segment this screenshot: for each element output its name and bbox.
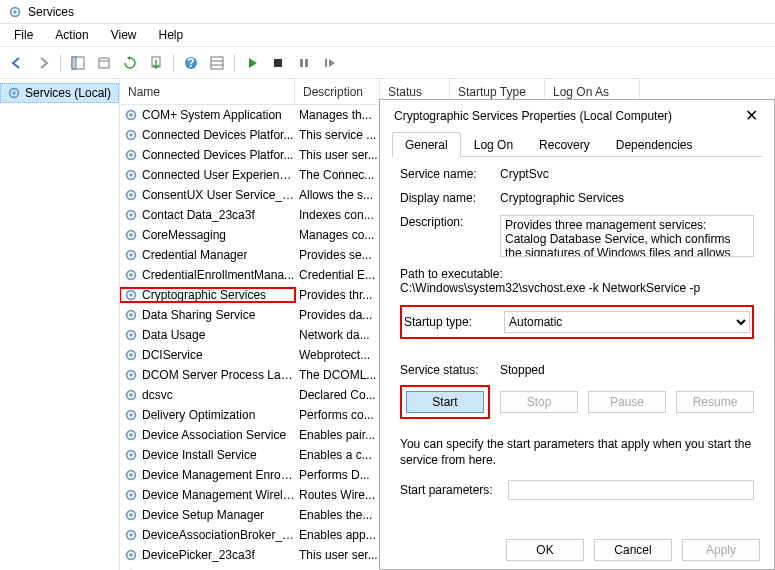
- gear-icon: [124, 388, 138, 402]
- restart-service-icon[interactable]: [319, 52, 341, 74]
- service-name: Data Sharing Service: [142, 308, 255, 322]
- menu-file[interactable]: File: [4, 26, 43, 44]
- startup-type-row: Startup type: Automatic: [400, 305, 754, 339]
- tree-root[interactable]: Services (Local): [0, 83, 119, 103]
- toolbar: ?: [0, 47, 775, 79]
- svg-rect-3: [72, 57, 76, 69]
- svg-point-23: [129, 153, 133, 157]
- tab-logon[interactable]: Log On: [461, 132, 526, 157]
- resume-button[interactable]: Resume: [676, 391, 754, 413]
- gear-icon: [124, 288, 138, 302]
- service-desc: This user ser...: [295, 148, 380, 162]
- stop-service-icon[interactable]: [267, 52, 289, 74]
- service-desc: Routes Wire...: [295, 488, 380, 502]
- service-desc: Provides thr...: [295, 288, 380, 302]
- service-desc: Enables the...: [295, 508, 380, 522]
- start-service-icon[interactable]: [241, 52, 263, 74]
- tree-pane: Services (Local): [0, 79, 120, 570]
- dialog-titlebar: Cryptographic Services Properties (Local…: [380, 100, 774, 131]
- gear-icon: [124, 408, 138, 422]
- svg-point-37: [129, 293, 133, 297]
- service-name: Connected User Experience...: [142, 168, 295, 182]
- dialog-title: Cryptographic Services Properties (Local…: [394, 109, 672, 123]
- svg-point-31: [129, 233, 133, 237]
- gear-icon: [124, 308, 138, 322]
- forward-icon[interactable]: [32, 52, 54, 74]
- pause-service-icon[interactable]: [293, 52, 315, 74]
- svg-point-29: [129, 213, 133, 217]
- svg-point-27: [129, 193, 133, 197]
- svg-point-49: [129, 413, 133, 417]
- gear-icon: [124, 108, 138, 122]
- gear-icon: [124, 228, 138, 242]
- svg-rect-12: [274, 59, 282, 67]
- service-desc: Enables app...: [295, 528, 380, 542]
- refresh-icon[interactable]: [119, 52, 141, 74]
- help-icon[interactable]: ?: [180, 52, 202, 74]
- detail-icon[interactable]: [206, 52, 228, 74]
- tab-recovery[interactable]: Recovery: [526, 132, 603, 157]
- window-title: Services: [28, 5, 74, 19]
- pause-button[interactable]: Pause: [588, 391, 666, 413]
- gear-icon: [124, 428, 138, 442]
- service-desc: Enables a c...: [295, 448, 380, 462]
- svg-text:?: ?: [187, 56, 194, 70]
- service-name: Contact Data_23ca3f: [142, 208, 255, 222]
- ok-button[interactable]: OK: [506, 539, 584, 561]
- svg-point-17: [12, 91, 16, 95]
- gear-icon: [124, 508, 138, 522]
- tab-general[interactable]: General: [392, 132, 461, 157]
- tab-dependencies[interactable]: Dependencies: [603, 132, 706, 157]
- cancel-button[interactable]: Cancel: [594, 539, 672, 561]
- gear-icon: [124, 248, 138, 262]
- gear-icon: [7, 86, 21, 100]
- start-button[interactable]: Start: [406, 391, 484, 413]
- col-description[interactable]: Description: [295, 79, 380, 104]
- stop-button[interactable]: Stop: [500, 391, 578, 413]
- service-desc: Webprotect...: [295, 348, 380, 362]
- titlebar: Services: [0, 0, 775, 24]
- service-name: Connected Devices Platfor...: [142, 128, 293, 142]
- svg-point-45: [129, 373, 133, 377]
- start-params-input[interactable]: [508, 480, 754, 500]
- service-desc: Allows the s...: [295, 188, 380, 202]
- service-desc: Credential E...: [295, 268, 380, 282]
- svg-point-1: [13, 10, 17, 14]
- service-name: Credential Manager: [142, 248, 247, 262]
- svg-point-43: [129, 353, 133, 357]
- back-icon[interactable]: [6, 52, 28, 74]
- startup-type-select[interactable]: Automatic: [504, 311, 750, 333]
- service-desc: Performs D...: [295, 468, 380, 482]
- value-display-name: Cryptographic Services: [500, 191, 754, 205]
- menu-action[interactable]: Action: [45, 26, 98, 44]
- gear-icon: [124, 268, 138, 282]
- gear-icon: [124, 208, 138, 222]
- service-desc: Declared Co...: [295, 388, 380, 402]
- label-service-name: Service name:: [400, 167, 500, 181]
- service-name: DevicePicker_23ca3f: [142, 548, 255, 562]
- close-icon[interactable]: ✕: [739, 106, 764, 125]
- menubar: File Action View Help: [0, 24, 775, 47]
- menu-help[interactable]: Help: [149, 26, 194, 44]
- show-hide-tree-icon[interactable]: [67, 52, 89, 74]
- svg-rect-13: [300, 59, 303, 67]
- service-name: Device Management Wirele...: [142, 488, 295, 502]
- service-name: Data Usage: [142, 328, 205, 342]
- service-name: CredentialEnrollmentMana...: [142, 268, 294, 282]
- gear-icon: [124, 348, 138, 362]
- service-desc: Enables pair...: [295, 428, 380, 442]
- service-desc: Performs co...: [295, 408, 380, 422]
- apply-button[interactable]: Apply: [682, 539, 760, 561]
- service-name: DCOM Server Process Laun...: [142, 368, 295, 382]
- export-icon[interactable]: [145, 52, 167, 74]
- service-name: Delivery Optimization: [142, 408, 255, 422]
- dialog-footer: OK Cancel Apply: [380, 531, 774, 569]
- app-icon: [8, 5, 22, 19]
- value-description[interactable]: Provides three management services: Cata…: [500, 215, 754, 257]
- properties-icon[interactable]: [93, 52, 115, 74]
- col-name[interactable]: Name: [120, 79, 295, 104]
- menu-view[interactable]: View: [101, 26, 147, 44]
- start-button-highlight: Start: [400, 385, 490, 419]
- gear-icon: [124, 328, 138, 342]
- start-params-note: You can specify the start parameters tha…: [400, 437, 754, 468]
